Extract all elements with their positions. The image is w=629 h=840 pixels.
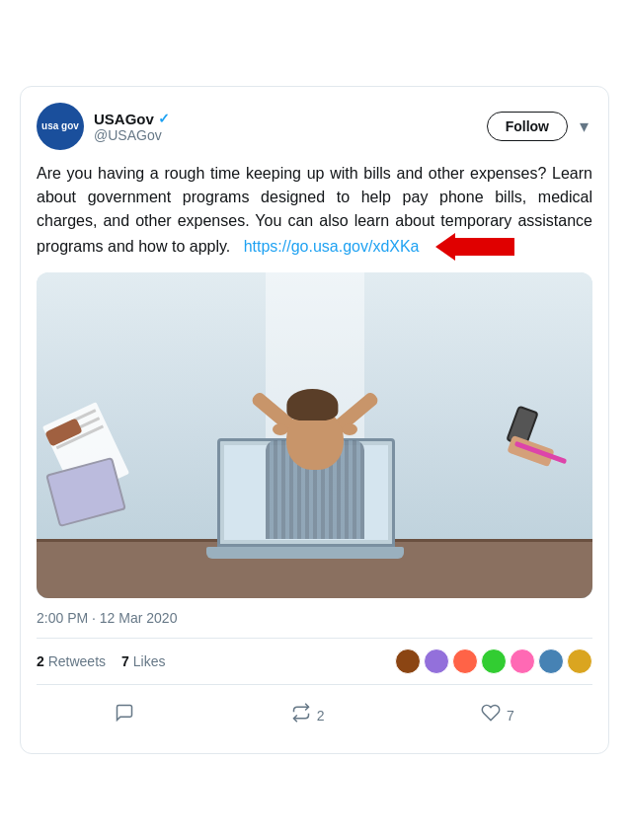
chevron-down-icon: ▾ bbox=[580, 116, 589, 136]
tweet-body: Are you having a rough time keeping up w… bbox=[37, 162, 592, 261]
likers-avatars bbox=[395, 649, 592, 674]
liker-avatar-7 bbox=[567, 649, 592, 674]
reply-button[interactable] bbox=[103, 697, 146, 733]
tweet-header: usa gov USAGov ✓ @USAGov Follow ▾ bbox=[37, 103, 592, 150]
tweet-image[interactable] bbox=[37, 272, 592, 598]
liker-avatar-3 bbox=[452, 649, 478, 674]
tweet-link[interactable]: https://go.usa.gov/xdXKa bbox=[244, 235, 420, 259]
retweet-stat[interactable]: 2 Retweets bbox=[37, 653, 106, 669]
tweet-link-spacer bbox=[235, 238, 239, 255]
verified-badge: ✓ bbox=[158, 111, 170, 126]
liker-avatar-4 bbox=[481, 649, 507, 674]
likes-count: 7 bbox=[121, 653, 129, 669]
like-button[interactable]: 7 bbox=[469, 697, 526, 733]
tweet-timestamp: 2:00 PM · 12 Mar 2020 bbox=[37, 610, 592, 626]
retweet-icon bbox=[291, 703, 311, 727]
left-hand-temple bbox=[273, 423, 288, 435]
account-name: USAGov ✓ bbox=[94, 111, 170, 127]
liker-avatar-2 bbox=[424, 649, 449, 674]
tweet-link-container: https://go.usa.gov/xdXKa bbox=[244, 233, 514, 261]
follow-button[interactable]: Follow bbox=[487, 112, 568, 141]
account-info: USAGov ✓ @USAGov bbox=[94, 111, 170, 143]
tweet-actions: 2 7 bbox=[37, 693, 592, 737]
retweet-action-count: 2 bbox=[317, 708, 325, 724]
tweet-card: usa gov USAGov ✓ @USAGov Follow ▾ Are yo… bbox=[20, 86, 609, 754]
liker-avatar-5 bbox=[510, 649, 535, 674]
red-arrow-icon bbox=[435, 233, 514, 261]
like-action-count: 7 bbox=[507, 708, 514, 724]
right-hand-temple bbox=[342, 423, 357, 435]
retweet-count: 2 bbox=[37, 653, 44, 669]
liker-avatar-6 bbox=[538, 649, 564, 674]
account-name-text[interactable]: USAGov bbox=[94, 111, 154, 127]
retweet-label: Retweets bbox=[48, 653, 106, 669]
laptop-base bbox=[206, 547, 404, 559]
tweet-stats-bar: 2 Retweets 7 Likes bbox=[37, 638, 592, 685]
reply-icon bbox=[115, 703, 134, 727]
heart-icon bbox=[481, 703, 501, 727]
avatar-label: usa gov bbox=[41, 120, 79, 132]
avatar[interactable]: usa gov bbox=[37, 103, 84, 150]
liker-avatar-1 bbox=[395, 649, 421, 674]
likes-label: Likes bbox=[133, 653, 166, 669]
svg-marker-0 bbox=[435, 233, 514, 261]
likes-stat[interactable]: 7 Likes bbox=[121, 653, 165, 669]
person-hair bbox=[286, 389, 338, 420]
chevron-button[interactable]: ▾ bbox=[576, 115, 592, 137]
account-handle[interactable]: @USAGov bbox=[94, 127, 170, 143]
header-right: Follow ▾ bbox=[487, 112, 592, 141]
retweet-button[interactable]: 2 bbox=[279, 697, 337, 733]
tweet-header-left: usa gov USAGov ✓ @USAGov bbox=[37, 103, 170, 150]
